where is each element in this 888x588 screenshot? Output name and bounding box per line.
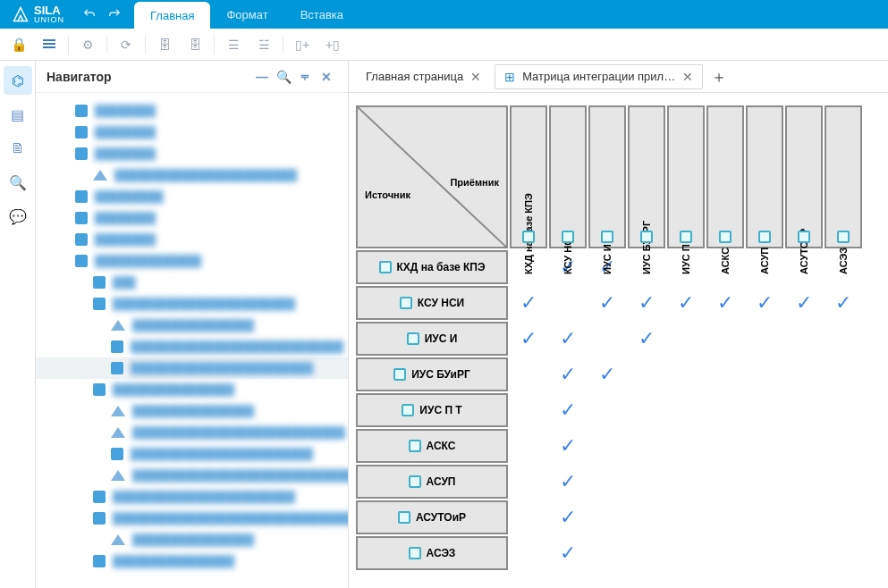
tree-item[interactable]: █████████ (36, 186, 348, 207)
matrix-cell[interactable] (785, 465, 823, 499)
tree-item[interactable]: ████████ (36, 100, 348, 122)
tree-item[interactable]: ████████████████████████ (36, 443, 348, 465)
matrix-cell[interactable] (667, 536, 705, 570)
matrix-cell[interactable] (706, 465, 744, 499)
matrix-cell[interactable] (746, 465, 783, 499)
settings-button[interactable]: ⚙ (72, 29, 103, 61)
matrix-cell[interactable] (588, 536, 626, 570)
rail-search-button[interactable]: 🔍 (4, 168, 32, 197)
titlebar-tab-main[interactable]: Главная (134, 2, 210, 29)
matrix-cell[interactable] (667, 357, 705, 391)
matrix-cell[interactable]: ✓ (588, 357, 626, 391)
matrix-row-header[interactable]: АСУП (356, 465, 508, 499)
matrix-cell[interactable]: ✓ (549, 322, 587, 356)
matrix-cell[interactable] (667, 429, 705, 463)
matrix-cell[interactable]: ✓ (746, 286, 783, 320)
matrix-cell[interactable] (785, 357, 823, 391)
matrix-cell[interactable] (588, 465, 626, 499)
matrix-cell[interactable] (510, 465, 547, 499)
matrix-col-header[interactable]: АСКС (706, 105, 744, 248)
matrix-cell[interactable] (588, 393, 626, 427)
rail-file-button[interactable]: 🗎 (4, 134, 32, 163)
matrix-cell[interactable] (785, 393, 823, 427)
redo-button[interactable] (102, 0, 127, 29)
tree-item[interactable]: ███ (36, 272, 348, 293)
matrix-cell[interactable] (706, 393, 744, 427)
undo-button[interactable] (77, 0, 102, 29)
tree-item[interactable]: ████████████████████████████████ (36, 508, 348, 529)
matrix-cell[interactable] (628, 536, 665, 570)
matrix-cell[interactable] (706, 536, 744, 570)
refresh-button[interactable]: ⟳ (111, 29, 141, 61)
matrix-cell[interactable]: ✓ (549, 536, 587, 570)
matrix-cell[interactable] (825, 357, 862, 391)
doc-tab-main-page[interactable]: Главная страница ✕ (356, 64, 491, 89)
matrix-cell[interactable] (667, 500, 705, 534)
matrix-cell[interactable] (510, 357, 547, 391)
matrix-cell[interactable] (510, 536, 547, 570)
tree-item[interactable]: ████████████████ (36, 400, 348, 422)
matrix-cell[interactable] (667, 393, 705, 427)
lock-button[interactable]: 🔒 (4, 29, 34, 61)
matrix-col-header[interactable]: КХД на базе КПЭ (510, 105, 547, 248)
doc-tab-matrix[interactable]: ⊞ Матрица интеграции прил… ✕ (495, 64, 703, 89)
matrix-cell[interactable] (628, 500, 665, 534)
tree-item[interactable]: ████████████████ (36, 315, 348, 336)
tree-item[interactable]: ████████ (36, 229, 348, 250)
matrix-row-header[interactable]: АСУТОиР (356, 500, 508, 534)
matrix-cell[interactable]: ✓ (549, 429, 587, 463)
matrix-col-header[interactable]: ИУС БУиРГ (628, 105, 665, 248)
matrix-cell[interactable] (706, 429, 744, 463)
matrix-col-header[interactable]: ИУС П Т (667, 105, 705, 248)
matrix-row-header[interactable]: АСЭЗ (356, 536, 508, 570)
tree-item[interactable]: ████████████████████████ (36, 486, 348, 508)
matrix-cell[interactable] (785, 322, 823, 356)
tree-item[interactable]: ████████████████ (36, 379, 348, 400)
matrix-cell[interactable] (588, 429, 626, 463)
rail-comment-button[interactable]: 💬 (4, 202, 32, 231)
matrix-cell[interactable] (825, 393, 862, 427)
db-button-2[interactable]: 🗄 (180, 29, 210, 61)
matrix-row-header[interactable]: ИУС БУиРГ (356, 357, 508, 391)
matrix-cell[interactable]: ✓ (628, 322, 665, 356)
tree-item[interactable]: ████████████████████████ (36, 164, 348, 186)
matrix-cell[interactable]: ✓ (588, 286, 626, 320)
matrix-cell[interactable] (746, 393, 783, 427)
matrix-cell[interactable] (825, 465, 862, 499)
rail-hierarchy-button[interactable]: ⌬ (4, 66, 32, 95)
matrix-cell[interactable] (746, 322, 783, 356)
matrix-row-header[interactable]: ИУС П Т (356, 393, 508, 427)
tree-item[interactable]: ████████████████████████████ (36, 422, 348, 443)
matrix-cell[interactable] (746, 500, 783, 534)
titlebar-tab-insert[interactable]: Вставка (284, 0, 359, 29)
matrix-cell[interactable]: ✓ (549, 357, 587, 391)
align-button-2[interactable]: ☱ (249, 29, 279, 61)
matrix-col-header[interactable]: АСЭЗ (825, 105, 862, 248)
matrix-cell[interactable] (588, 322, 626, 356)
matrix-cell[interactable] (825, 322, 862, 356)
tree-item[interactable]: ████████████████ (36, 529, 348, 550)
matrix-row-header[interactable]: АСКС (356, 429, 508, 463)
matrix-cell[interactable] (785, 500, 823, 534)
db-button-1[interactable]: 🗄 (149, 29, 180, 61)
tree-item[interactable]: ████████ (36, 207, 348, 229)
matrix-cell[interactable]: ✓ (667, 286, 705, 320)
tree-item[interactable]: ████████████████ (36, 550, 348, 572)
matrix-cell[interactable] (628, 429, 665, 463)
tree-item[interactable]: ████████████████████████████████ (36, 465, 348, 486)
matrix-cell[interactable]: ✓ (549, 465, 587, 499)
add-tab-button[interactable]: ＋ (706, 66, 732, 88)
matrix-row-header[interactable]: КХД на базе КПЭ (356, 250, 508, 284)
tree-item[interactable]: ████████████████████████ (36, 357, 348, 379)
matrix-cell[interactable] (628, 357, 665, 391)
nav-search-button[interactable]: 🔍 (273, 66, 294, 88)
matrix-cell[interactable] (746, 357, 783, 391)
matrix-cell[interactable]: ✓ (785, 286, 823, 320)
matrix-cell[interactable] (549, 286, 587, 320)
matrix-cell[interactable]: ✓ (510, 322, 547, 356)
matrix-cell[interactable] (746, 536, 783, 570)
close-icon[interactable]: ✕ (470, 70, 481, 84)
rail-structure-button[interactable]: ▤ (4, 100, 32, 129)
matrix-cell[interactable] (510, 500, 547, 534)
matrix-cell[interactable] (706, 500, 744, 534)
